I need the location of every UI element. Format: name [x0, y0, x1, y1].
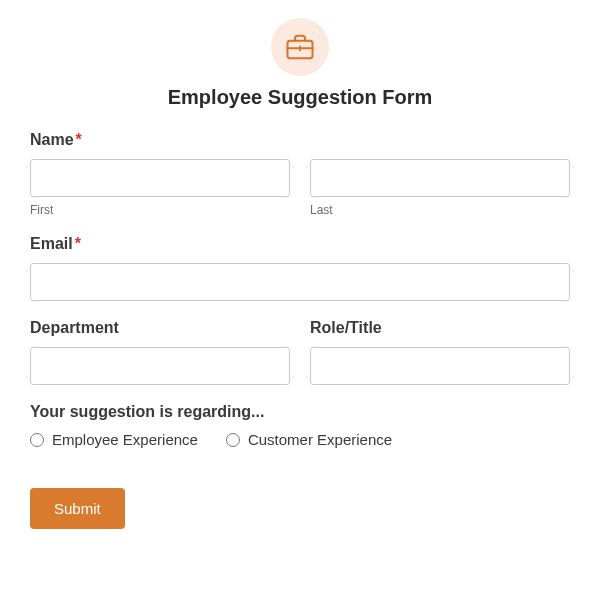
first-sublabel: First: [30, 203, 290, 217]
email-field-block: Email*: [30, 235, 570, 301]
radio-customer-exp-label: Customer Experience: [248, 431, 392, 448]
required-mark: *: [75, 235, 81, 252]
required-mark: *: [76, 131, 82, 148]
department-label: Department: [30, 319, 290, 337]
radio-customer-exp-input[interactable]: [226, 433, 240, 447]
submit-button[interactable]: Submit: [30, 488, 125, 529]
name-field-block: Name* First Last: [30, 131, 570, 217]
radio-employee-exp-label: Employee Experience: [52, 431, 198, 448]
first-name-input[interactable]: [30, 159, 290, 197]
suggestion-label: Your suggestion is regarding...: [30, 403, 570, 421]
role-label: Role/Title: [310, 319, 570, 337]
form-title: Employee Suggestion Form: [30, 86, 570, 109]
suggestion-block: Your suggestion is regarding... Employee…: [30, 403, 570, 448]
form-container: Employee Suggestion Form Name* First Las…: [0, 0, 600, 559]
name-label: Name*: [30, 131, 570, 149]
email-input[interactable]: [30, 263, 570, 301]
header-icon-circle: [271, 18, 329, 76]
email-label-text: Email: [30, 235, 73, 252]
dept-role-block: Department Role/Title: [30, 319, 570, 385]
last-sublabel: Last: [310, 203, 570, 217]
radio-employee-exp[interactable]: Employee Experience: [30, 431, 198, 448]
role-input[interactable]: [310, 347, 570, 385]
last-name-input[interactable]: [310, 159, 570, 197]
name-label-text: Name: [30, 131, 74, 148]
email-label: Email*: [30, 235, 570, 253]
radio-employee-exp-input[interactable]: [30, 433, 44, 447]
briefcase-icon: [285, 32, 315, 62]
department-input[interactable]: [30, 347, 290, 385]
radio-customer-exp[interactable]: Customer Experience: [226, 431, 392, 448]
